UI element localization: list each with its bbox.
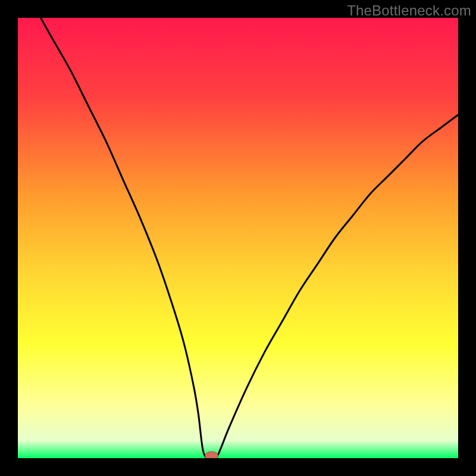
chart-frame: TheBottleneck.com [0,0,476,476]
plot-area [18,18,458,458]
watermark-text: TheBottleneck.com [347,2,471,19]
gradient-background [18,18,458,458]
bottleneck-chart [18,18,458,458]
minimum-marker [205,452,218,458]
